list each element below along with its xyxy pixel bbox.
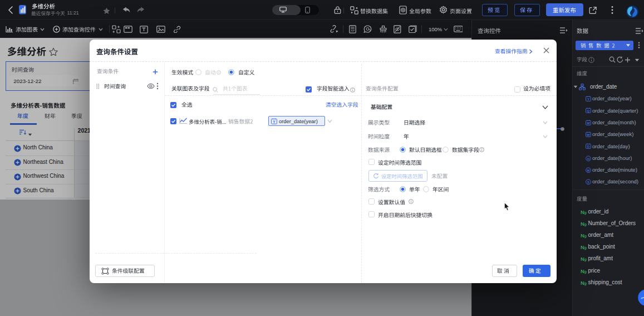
- svg-text:N: N: [581, 256, 584, 262]
- svg-text:Y: Y: [587, 97, 590, 101]
- svg-text:W: W: [587, 133, 590, 137]
- svg-text:o: o: [584, 222, 587, 226]
- svg-text:M: M: [587, 121, 589, 125]
- svg-text:o: o: [584, 270, 587, 274]
- svg-text:o: o: [584, 211, 587, 215]
- svg-text:D: D: [587, 144, 590, 148]
- svg-text:N: N: [581, 268, 584, 274]
- svg-text:N: N: [581, 244, 584, 250]
- svg-text:H: H: [587, 157, 589, 160]
- svg-text:N: N: [581, 232, 584, 239]
- svg-text:M: M: [587, 169, 590, 172]
- svg-text:Y: Y: [273, 119, 276, 123]
- svg-text:o: o: [584, 257, 587, 261]
- svg-text:o: o: [584, 281, 587, 285]
- svg-text:N: N: [581, 221, 584, 227]
- svg-text:S: S: [587, 181, 589, 184]
- svg-text:Q: Q: [587, 109, 590, 113]
- svg-text:N: N: [581, 209, 584, 215]
- svg-text:o: o: [584, 246, 587, 250]
- svg-text:o: o: [584, 234, 587, 238]
- svg-text:N: N: [581, 280, 584, 286]
